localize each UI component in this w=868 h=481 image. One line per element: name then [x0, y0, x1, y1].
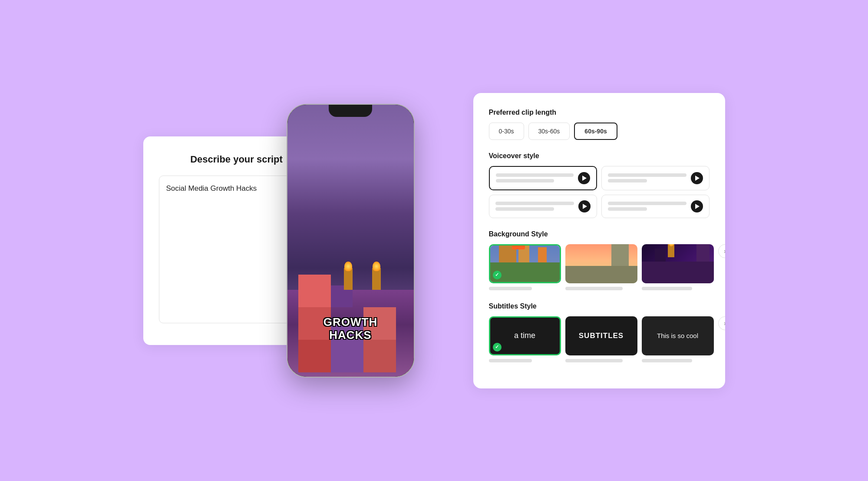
play-button-3[interactable]: [578, 200, 591, 212]
clip-length-section: Preferred clip length 0-30s 30s-60s 60s-…: [489, 109, 710, 140]
bg-carousel-next[interactable]: ›: [718, 244, 725, 258]
phone-subtitle: GROWTH HACKS: [287, 316, 414, 342]
mc-block-6: [363, 340, 396, 372]
subtitle-item-3[interactable]: This is so cool: [642, 316, 714, 355]
voiceover-bar: [496, 173, 574, 177]
bg-thumb-3[interactable]: [642, 244, 714, 283]
play-button-4[interactable]: [691, 200, 703, 212]
subtitle-carousel-next[interactable]: ›: [718, 316, 725, 330]
play-icon: [695, 176, 700, 181]
voiceover-bar: [496, 179, 554, 182]
voiceover-bar: [495, 202, 574, 205]
clip-btn-0-30s[interactable]: 0-30s: [489, 123, 524, 140]
voiceover-item-4[interactable]: [601, 195, 710, 218]
background-thumbnails: ✓: [489, 244, 714, 290]
voiceover-bars-2: [608, 173, 686, 182]
voiceover-item-1[interactable]: [489, 166, 597, 190]
subtitle-item-3-wrapper: This is so cool: [642, 316, 714, 362]
subtitle-colored-wrapper: This is so cool: [657, 332, 698, 340]
settings-panel: Preferred clip length 0-30s 30s-60s 60s-…: [473, 93, 725, 388]
play-icon: [582, 176, 587, 181]
subtitle-check-1: ✓: [493, 343, 502, 352]
clip-btn-60s-90s[interactable]: 60s-90s: [574, 123, 617, 140]
voiceover-bar: [608, 179, 647, 182]
bg-thumb-2[interactable]: [565, 244, 637, 283]
bg-label-1: [489, 287, 532, 290]
subtitle-text-3-pre: This is so: [657, 332, 686, 339]
voiceover-label: Voiceover style: [489, 152, 710, 160]
clip-buttons: 0-30s 30s-60s 60s-90s: [489, 123, 710, 140]
bg-thumb-3-wrapper: [642, 244, 714, 290]
clip-btn-30s-60s[interactable]: 30s-60s: [528, 123, 570, 140]
subtitle-label-3: [642, 359, 692, 362]
voiceover-item-2[interactable]: [601, 166, 710, 190]
bg-check-1: ✓: [493, 271, 502, 279]
bg-thumb-2-wrapper: [565, 244, 637, 290]
mc-block-1: [298, 275, 331, 307]
voiceover-bars-3: [495, 202, 574, 211]
subtitle-item-1[interactable]: a time ✓: [489, 316, 561, 355]
subtitle-item-2[interactable]: SUBTITLES: [565, 316, 637, 355]
background-style-section: Background Style: [489, 230, 710, 290]
voiceover-bar: [495, 207, 554, 211]
voiceover-bar: [608, 202, 686, 205]
voiceover-grid: [489, 166, 710, 218]
background-style-label: Background Style: [489, 230, 710, 238]
torch-1: [344, 268, 353, 290]
play-icon: [583, 204, 587, 209]
subtitle-item-1-wrapper: a time ✓: [489, 316, 561, 362]
voiceover-item-3[interactable]: [489, 195, 597, 218]
phone-wrapper: GROWTH HACKS: [287, 104, 415, 378]
subtitle-text-3-highlight: cool: [686, 332, 698, 339]
play-button-2[interactable]: [691, 172, 703, 184]
bg-label-3: [642, 287, 692, 290]
voiceover-bars-1: [496, 173, 574, 182]
phone-screen: GROWTH HACKS: [287, 105, 414, 377]
voiceover-bar: [608, 207, 647, 211]
torch-light-1: [344, 262, 352, 271]
subtitle-text-1: a time: [514, 331, 535, 340]
voiceover-section: Voiceover style: [489, 152, 710, 218]
voiceover-bar: [608, 173, 686, 177]
subtitle-item-2-wrapper: SUBTITLES: [565, 316, 637, 362]
torch-light-2: [373, 262, 380, 271]
clip-length-label: Preferred clip length: [489, 109, 710, 116]
subtitles-style-section: Subtitles Style a time ✓ SUBTITLE: [489, 302, 710, 362]
main-scene: Describe your script Social Media Growth…: [143, 34, 725, 447]
play-button-1[interactable]: [578, 172, 590, 184]
torch-2: [372, 268, 381, 290]
subtitles-style-label: Subtitles Style: [489, 302, 710, 310]
subtitle-label-1: [489, 359, 532, 362]
subtitle-label-2: [565, 359, 623, 362]
subtitle-text-2: SUBTITLES: [579, 332, 624, 340]
play-icon: [695, 204, 700, 209]
phone-notch: [329, 105, 372, 117]
phone: GROWTH HACKS: [287, 104, 415, 378]
bg-label-2: [565, 287, 623, 290]
script-textarea-text: Social Media Growth Hacks: [166, 183, 307, 194]
mc-block-3: [298, 340, 331, 372]
phone-subtitle-text: GROWTH HACKS: [287, 316, 414, 342]
bg-thumb-1[interactable]: ✓: [489, 244, 561, 283]
voiceover-bars-4: [608, 202, 686, 211]
subtitles-grid: a time ✓ SUBTITLES: [489, 316, 714, 362]
bg-thumb-1-wrapper: ✓: [489, 244, 561, 290]
